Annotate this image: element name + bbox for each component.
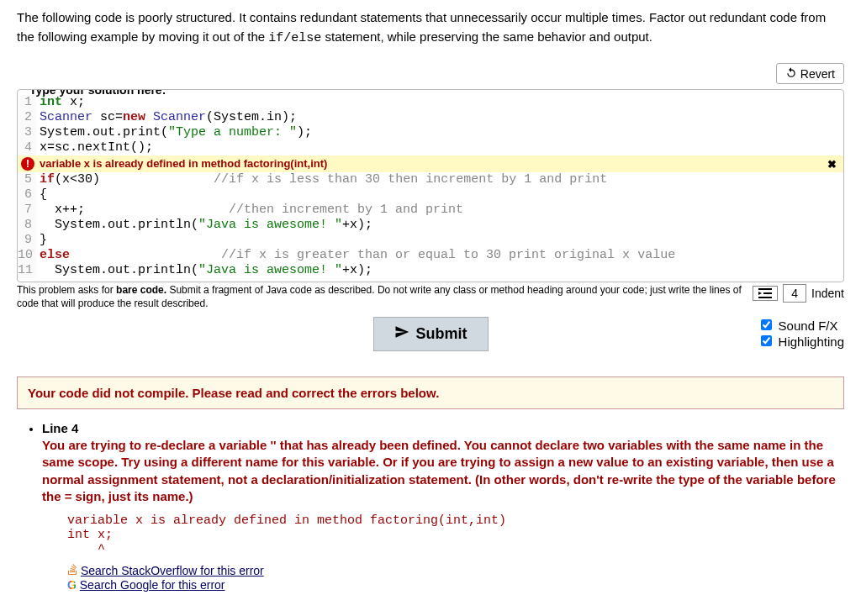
google-icon: G: [67, 578, 77, 592]
close-icon[interactable]: ✖: [827, 158, 837, 171]
code-line: 4x=sc.nextInt();: [18, 140, 843, 155]
code-line: 2Scanner sc=new Scanner(System.in);: [18, 110, 843, 125]
search-google-link[interactable]: Search Google for this error: [80, 578, 225, 592]
code-line: 10else //if x is greater than or equal t…: [18, 248, 843, 263]
submit-button[interactable]: Submit: [373, 317, 489, 351]
error-icon: !: [21, 157, 34, 171]
revert-button[interactable]: Revert: [776, 63, 844, 84]
code-line: 9}: [18, 233, 843, 248]
search-stackoverflow-link[interactable]: Search StackOverflow for this error: [81, 564, 264, 577]
stackoverflow-icon: [67, 563, 77, 575]
inline-error: ! variable x is already defined in metho…: [18, 155, 843, 172]
code-line: 1int x;: [18, 95, 843, 110]
compile-error-banner: Your code did not compile. Please read a…: [17, 376, 844, 409]
code-line: 11 System.out.println("Java is awesome! …: [18, 263, 843, 278]
error-raw: variable x is already defined in method …: [67, 513, 844, 556]
indent-label: Indent: [811, 287, 844, 300]
problem-intro: The following code is poorly structured.…: [17, 8, 844, 48]
code-editor[interactable]: Type your solution here: 1int x; 2Scanne…: [17, 89, 844, 282]
code-line: 7 x++; //then increment by 1 and print: [18, 203, 843, 218]
indent-input[interactable]: [783, 284, 806, 303]
highlighting-toggle[interactable]: Highlighting: [758, 333, 844, 349]
revert-icon: [785, 66, 797, 81]
hint-text: This problem asks for bare code. Submit …: [17, 284, 753, 310]
error-line-label: Line 4: [42, 421, 844, 435]
code-line: 3System.out.print("Type a number: ");: [18, 125, 843, 140]
code-line: 5if(x<30) //if x is less than 30 then in…: [18, 172, 843, 187]
code-line: 8 System.out.println("Java is awesome! "…: [18, 218, 843, 233]
error-explanation: You are trying to re-declare a variable …: [42, 437, 844, 505]
soundfx-toggle[interactable]: Sound F/X: [758, 317, 844, 333]
code-line: 6{: [18, 187, 843, 203]
indent-icon[interactable]: [753, 286, 778, 301]
paper-plane-icon: [394, 324, 409, 344]
